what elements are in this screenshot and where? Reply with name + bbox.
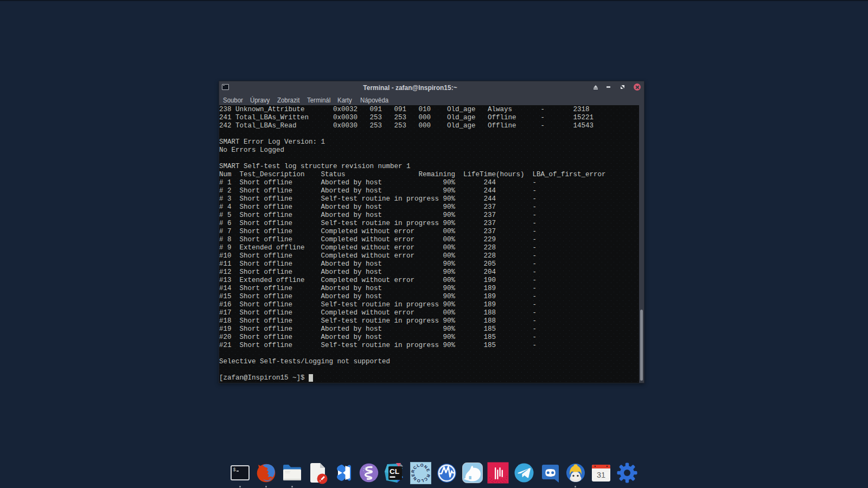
- svg-text:$: $: [233, 467, 236, 473]
- svg-text:31: 31: [597, 471, 605, 479]
- svg-text:CL: CL: [390, 467, 399, 476]
